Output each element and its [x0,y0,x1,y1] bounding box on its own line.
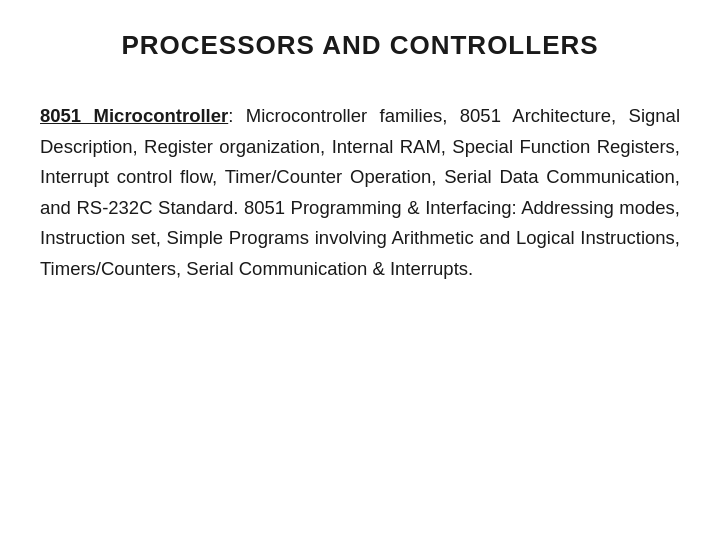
body-text: Microcontroller families, 8051 Architect… [40,105,680,279]
page-title: PROCESSORS AND CONTROLLERS [121,30,598,61]
page-container: PROCESSORS AND CONTROLLERS 8051 Microcon… [0,0,720,540]
content-block: 8051 Microcontroller: Microcontroller fa… [40,101,680,284]
subject-label: 8051 Microcontroller [40,105,228,126]
